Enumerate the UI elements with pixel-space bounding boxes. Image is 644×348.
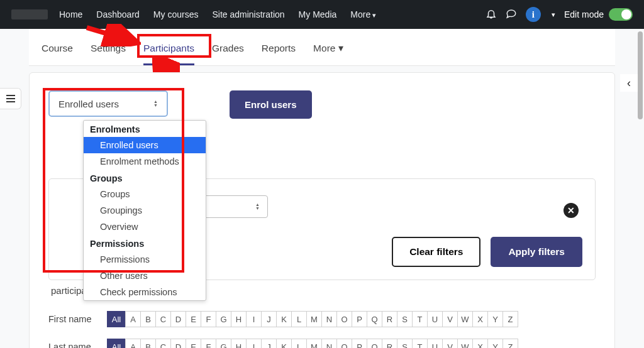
firstname-letter-e[interactable]: E [186, 311, 201, 327]
tab-reports[interactable]: Reports [262, 43, 296, 54]
lastname-letter-r[interactable]: R [382, 339, 397, 348]
clear-filters-button[interactable]: Clear filters [392, 237, 480, 267]
firstname-letter-d[interactable]: D [170, 311, 186, 327]
firstname-letter-l[interactable]: L [291, 311, 307, 327]
lastname-letter-o[interactable]: O [336, 339, 352, 348]
lastname-letter-z[interactable]: Z [502, 339, 518, 348]
firstname-letter-z[interactable]: Z [502, 311, 518, 327]
firstname-letter-b[interactable]: B [140, 311, 156, 327]
lastname-letter-i[interactable]: I [246, 339, 262, 348]
dropdown-opt-overview[interactable]: Overview [84, 219, 206, 235]
firstname-letter-p[interactable]: P [352, 311, 367, 327]
tab-grades[interactable]: Grades [212, 43, 244, 54]
firstname-letter-q[interactable]: Q [367, 311, 382, 327]
firstname-letter-o[interactable]: O [336, 311, 352, 327]
lastname-letter-b[interactable]: B [140, 339, 156, 348]
lastname-letter-k[interactable]: K [276, 339, 292, 348]
drawer-toggle-left[interactable] [0, 88, 21, 109]
filter-match-select[interactable]: ▲▼ [200, 195, 268, 218]
firstname-letter-s[interactable]: S [397, 311, 413, 327]
nav-dashboard[interactable]: Dashboard [96, 9, 140, 19]
lastname-letter-all[interactable]: All [107, 339, 126, 348]
firstname-letter-f[interactable]: F [201, 311, 216, 327]
site-logo[interactable] [11, 9, 48, 19]
bell-icon[interactable] [486, 8, 497, 21]
firstname-letter-g[interactable]: G [216, 311, 231, 327]
firstname-letter-k[interactable]: K [276, 311, 292, 327]
dropdown-opt-check-permissions[interactable]: Check permissions [84, 284, 206, 300]
user-menu-chevron-icon[interactable]: ▾ [552, 11, 555, 19]
select-sort-icon: ▲▼ [153, 100, 158, 107]
firstname-letter-v[interactable]: V [442, 311, 458, 327]
lastname-letter-t[interactable]: T [412, 339, 428, 348]
messages-icon[interactable] [506, 8, 517, 21]
lastname-letter-q[interactable]: Q [367, 339, 382, 348]
lastname-letter-p[interactable]: P [352, 339, 367, 348]
firstname-letter-x[interactable]: X [472, 311, 488, 327]
firstname-letters: AllABCDEFGHIJKLMNOPQRSTUVWXYZ [108, 311, 518, 327]
info-icon[interactable]: i [526, 7, 541, 22]
lastname-letter-u[interactable]: U [427, 339, 443, 348]
nav-my-courses[interactable]: My courses [153, 9, 199, 19]
firstname-letter-h[interactable]: H [231, 311, 247, 327]
lastname-letter-a[interactable]: A [125, 339, 141, 348]
course-nav-wrap: Course Settings Participants Grades Repo… [29, 29, 615, 66]
lastname-letter-c[interactable]: C [155, 339, 171, 348]
scrollbar[interactable] [638, 31, 643, 119]
firstname-letter-a[interactable]: A [125, 311, 141, 327]
firstname-letter-c[interactable]: C [155, 311, 171, 327]
nav-my-media[interactable]: My Media [299, 9, 337, 19]
lastname-letter-v[interactable]: V [442, 339, 458, 348]
tab-course[interactable]: Course [42, 43, 73, 54]
dropdown-opt-enrolled-users[interactable]: Enrolled users [84, 137, 206, 153]
hamburger-icon [6, 95, 15, 102]
lastname-letter-e[interactable]: E [186, 339, 201, 348]
firstname-letter-j[interactable]: J [261, 311, 277, 327]
firstname-letter-m[interactable]: M [306, 311, 322, 327]
enrol-users-button[interactable]: Enrol users [230, 90, 312, 119]
lastname-letter-w[interactable]: W [457, 339, 473, 348]
dropdown-opt-permissions[interactable]: Permissions [84, 251, 206, 268]
nav-site-admin[interactable]: Site administration [212, 9, 284, 19]
dropdown-group-permissions: Permissions [84, 235, 206, 251]
dropdown-opt-groupings[interactable]: Groupings [84, 202, 206, 219]
chevron-left-icon: ‹ [627, 77, 631, 90]
lastname-letter-l[interactable]: L [291, 339, 307, 348]
nav-home[interactable]: Home [59, 9, 82, 19]
firstname-letter-u[interactable]: U [427, 311, 443, 327]
course-nav: Course Settings Participants Grades Repo… [29, 29, 615, 65]
edit-mode-toggle[interactable] [609, 8, 633, 21]
firstname-letter-all[interactable]: All [107, 311, 126, 327]
lastname-letter-h[interactable]: H [231, 339, 247, 348]
dropdown-opt-groups[interactable]: Groups [84, 186, 206, 202]
lastname-letter-s[interactable]: S [397, 339, 413, 348]
dropdown-opt-enrolment-methods[interactable]: Enrolment methods [84, 153, 206, 170]
lastname-letter-j[interactable]: J [261, 339, 277, 348]
firstname-filter-row: First name AllABCDEFGHIJKLMNOPQRSTUVWXYZ [48, 311, 596, 327]
firstname-letter-t[interactable]: T [412, 311, 428, 327]
drawer-toggle-right[interactable]: ‹ [620, 74, 638, 92]
participants-view-select[interactable]: Enrolled users ▲▼ [48, 90, 168, 117]
lastname-letter-d[interactable]: D [170, 339, 186, 348]
firstname-letter-w[interactable]: W [457, 311, 473, 327]
lastname-letter-g[interactable]: G [216, 339, 231, 348]
firstname-letter-i[interactable]: I [246, 311, 262, 327]
lastname-letter-n[interactable]: N [321, 339, 337, 348]
firstname-letter-y[interactable]: Y [487, 311, 503, 327]
firstname-label: First name [48, 314, 101, 324]
nav-more[interactable]: More▾ [350, 9, 376, 19]
tab-settings[interactable]: Settings [91, 43, 126, 54]
lastname-filter-row: Last name AllABCDEFGHIJKLMNOPQRSTUVWXYZ [48, 339, 596, 348]
lastname-letter-x[interactable]: X [472, 339, 488, 348]
remove-filter-button[interactable]: ✕ [564, 203, 579, 218]
lastname-letter-m[interactable]: M [306, 339, 322, 348]
firstname-letter-r[interactable]: R [382, 311, 397, 327]
firstname-letter-n[interactable]: N [321, 311, 337, 327]
main-card: Enrolled users ▲▼ Enrol users Enrolments… [29, 72, 615, 348]
tab-more[interactable]: More ▾ [313, 43, 343, 54]
lastname-letter-f[interactable]: F [201, 339, 216, 348]
apply-filters-button[interactable]: Apply filters [491, 237, 582, 267]
tab-participants[interactable]: Participants [143, 43, 194, 54]
dropdown-opt-other-users[interactable]: Other users [84, 268, 206, 284]
lastname-letter-y[interactable]: Y [487, 339, 503, 348]
